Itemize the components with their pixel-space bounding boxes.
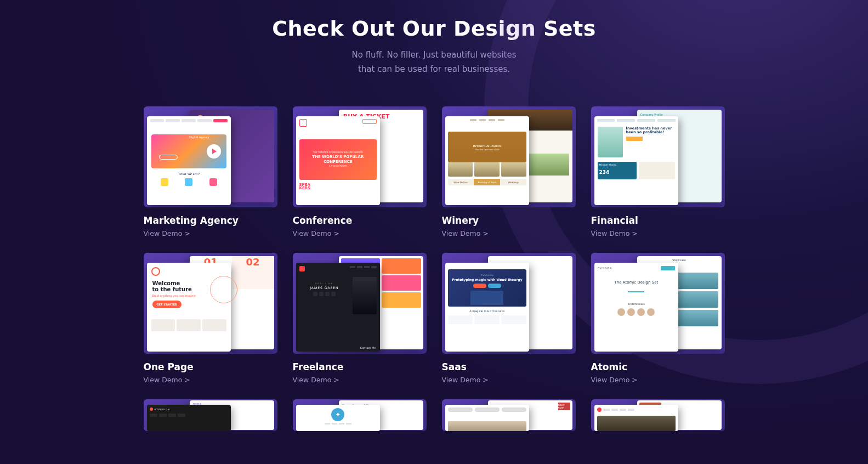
card-title: Freelance xyxy=(293,361,427,372)
portrait-icon xyxy=(598,127,623,157)
preview-section-title: What We Do? xyxy=(147,172,231,176)
card-title: Atomic xyxy=(591,361,725,372)
preview-front-sheet: Investments has never been so profitable… xyxy=(594,116,679,205)
card-saas: Joshua Eilan Personal demo? Prototyping … xyxy=(442,253,576,384)
view-demo-link[interactable]: View Demo > xyxy=(442,376,576,384)
card-winery: Sonoma-Cutrer ★★★★★ Bernard & Dubois You… xyxy=(442,106,576,237)
preview-front-sheet: HEY! I AMJAMES GREEN Contact Me xyxy=(296,263,381,352)
preview-front-sheet: HYPERION xyxy=(147,405,231,431)
card-partial: PEOPLE Meet the Team HYPERION xyxy=(144,399,277,431)
card-title: One Page xyxy=(144,361,277,372)
card-thumbnail[interactable]: OUR FLYING xyxy=(591,399,725,431)
play-icon xyxy=(207,144,221,159)
card-one-page: 0102 Welcome to the future Build anythin… xyxy=(144,253,277,384)
card-thumbnail[interactable]: HEY! I AMJAMES GREEN Contact Me xyxy=(293,253,427,354)
view-demo-link[interactable]: View Demo > xyxy=(144,376,277,384)
card-thumbnail[interactable]: Joshua Eilan Personal demo? Prototyping … xyxy=(442,253,576,354)
preview-front-sheet: Welcome to the future Build anything you… xyxy=(147,263,231,352)
preview-front-sheet: OXYGEN The Atomic Design Set Testimonial… xyxy=(594,263,679,352)
card-partial: BOOK NOW Restaurant xyxy=(442,399,576,431)
card-freelance: HEY! I AMJAMES GREEN Contact Me Freelanc… xyxy=(293,253,427,384)
preview-front-sheet: THE THEATER OF MADISON SQUARE GARDEN THE… xyxy=(296,116,381,205)
card-conference: BUY A TICKET BUSINESS RED BY THE THEATER… xyxy=(293,106,427,237)
preview-front-sheet xyxy=(594,405,679,431)
design-sets-grid: The best template for Digital Agency Wha… xyxy=(144,106,725,431)
view-demo-link[interactable]: View Demo > xyxy=(442,229,576,237)
card-title: Saas xyxy=(442,361,576,372)
page-subtitle: No fluff. No filler. Just beautiful webs… xyxy=(144,48,725,76)
view-demo-link[interactable]: View Demo > xyxy=(591,229,725,237)
badge-icon xyxy=(331,408,344,421)
preview-front-sheet: Prototyping Prototyping magic with cloud… xyxy=(445,263,530,352)
preview-hero-text: The best template for Digital Agency xyxy=(189,132,222,142)
card-thumbnail[interactable]: 0102 Welcome to the future Build anythin… xyxy=(144,253,277,354)
card-thumbnail[interactable]: The best template for Digital Agency Wha… xyxy=(144,106,277,207)
logo-icon xyxy=(151,267,160,276)
card-financial: Company Profile 23,340,343 1,345,215 £2.… xyxy=(591,106,725,237)
card-thumbnail[interactable]: Showcase OXYGEN The Atomic Design Set Te… xyxy=(591,253,725,354)
card-thumbnail[interactable]: Sonoma-Cutrer ★★★★★ Bernard & Dubois You… xyxy=(442,106,576,207)
card-title: Financial xyxy=(591,215,725,226)
view-demo-link[interactable]: View Demo > xyxy=(591,376,725,384)
card-thumbnail[interactable]: Experienced Team Michael Manhattan xyxy=(293,399,427,431)
card-marketing-agency: The best template for Digital Agency Wha… xyxy=(144,106,277,237)
preview-cta xyxy=(159,155,178,160)
preview-front-sheet: The best template for Digital Agency Wha… xyxy=(147,116,231,205)
card-atomic: Showcase OXYGEN The Atomic Design Set Te… xyxy=(591,253,725,384)
preview-front-sheet xyxy=(445,405,530,431)
view-demo-link[interactable]: View Demo > xyxy=(293,229,427,237)
card-thumbnail[interactable]: BOOK NOW Restaurant xyxy=(442,399,576,431)
page-title: Check Out Our Design Sets xyxy=(144,16,725,41)
preview-front-sheet: Bernard & Dubois Your Best Experience Gu… xyxy=(445,116,530,205)
card-partial: OUR FLYING xyxy=(591,399,725,431)
preview-cta: GET STARTED xyxy=(152,301,182,308)
card-thumbnail[interactable]: Company Profile 23,340,343 1,345,215 £2.… xyxy=(591,106,725,207)
card-thumbnail[interactable]: PEOPLE Meet the Team HYPERION xyxy=(144,399,277,431)
card-title: Marketing Agency xyxy=(144,215,277,226)
view-demo-link[interactable]: View Demo > xyxy=(293,376,427,384)
card-title: Conference xyxy=(293,215,427,226)
card-title: Winery xyxy=(442,215,576,226)
card-thumbnail[interactable]: BUY A TICKET BUSINESS RED BY THE THEATER… xyxy=(293,106,427,207)
card-partial: Experienced Team Michael Manhattan xyxy=(293,399,427,431)
view-demo-link[interactable]: View Demo > xyxy=(144,229,277,237)
preview-front-sheet xyxy=(296,405,381,431)
